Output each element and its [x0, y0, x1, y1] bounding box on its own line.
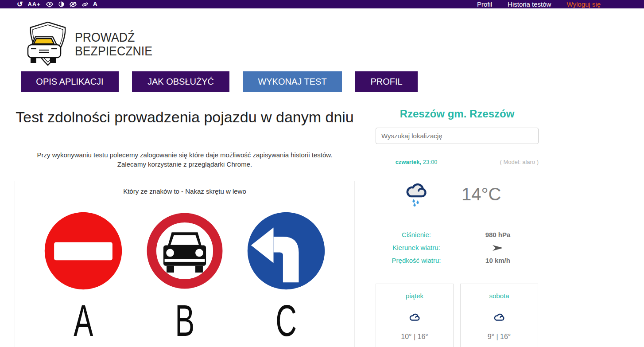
accessibility-toolbar: ↺ AA+ A Profil Historia testów Wyloguj s… — [0, 0, 644, 8]
answer-option-c[interactable]: C — [247, 211, 326, 343]
nav-profil[interactable]: PROFIL — [355, 71, 418, 92]
weather-day-time: czwartek, 23:00 — [376, 159, 457, 165]
cloud-icon — [376, 313, 453, 321]
question-text: Który ze znaków to - Nakaz skrętu w lewo — [15, 187, 354, 195]
page-title: Test zdolności prowadzenia pojazdu w dan… — [15, 108, 355, 126]
answer-options: A B — [15, 211, 354, 343]
weather-details: Ciśnienie: 980 hPa Kierunek wiatru: Pręd… — [376, 228, 539, 267]
weather-meta: czwartek, 23:00 ( Model: alaro ) — [376, 159, 539, 165]
turn-left-mandatory-sign — [247, 211, 326, 290]
page: ↺ AA+ A Profil Historia testów Wyloguj s… — [0, 0, 644, 347]
forecast-day-label: sobota — [461, 292, 538, 300]
answer-option-a[interactable]: A — [44, 211, 123, 343]
pressure-row: Ciśnienie: 980 hPa — [376, 228, 539, 241]
location-search-input[interactable] — [376, 128, 539, 144]
wind-direction-row: Kierunek wiatru: — [376, 241, 539, 254]
link-icon[interactable] — [82, 1, 88, 8]
eye-slash-icon[interactable] — [69, 1, 77, 7]
pressure-value: 980 hPa — [457, 231, 539, 238]
app-name: PROWADŹ BEZPIECZNIE — [75, 31, 152, 58]
option-letter: A — [74, 298, 93, 343]
topbar-links: Profil Historia testów Wyloguj się — [477, 0, 601, 8]
nav-jak-obsluzyc[interactable]: JAK OBSŁUŻYĆ — [132, 71, 229, 92]
no-entry-sign — [44, 211, 123, 290]
option-letter: C — [275, 298, 297, 343]
no-motor-vehicles-sign — [145, 211, 224, 290]
weather-model: ( Model: alaro ) — [457, 159, 539, 165]
eye-icon[interactable] — [46, 1, 54, 7]
reset-icon[interactable]: ↺ — [17, 0, 23, 8]
main-nav: OPIS APLIKACJI JAK OBSŁUŻYĆ WYKONAJ TEST… — [21, 71, 418, 92]
logout-link[interactable]: Wyloguj się — [566, 0, 601, 8]
forecast-friday[interactable]: piątek 10° | 16° — [376, 284, 454, 347]
page-subtitle: Przy wykonywaniu testu polecemy zalogowa… — [15, 150, 355, 169]
question-card: Który ze znaków to - Nakaz skrętu w lewo… — [15, 181, 355, 347]
font-size-icon[interactable]: AA+ — [27, 0, 40, 8]
profil-link[interactable]: Profil — [477, 0, 492, 8]
option-letter: B — [175, 298, 194, 343]
wind-speed-value: 10 km/h — [457, 257, 539, 264]
forecast-day-label: piątek — [376, 292, 453, 300]
wind-direction-label: Kierunek wiatru: — [376, 244, 457, 251]
letter-a-icon[interactable]: A — [93, 0, 97, 8]
forecast-row: piątek 10° | 16° sobota 9° | 1 — [376, 284, 539, 347]
nav-wykonaj-test[interactable]: WYKONAJ TEST — [243, 71, 342, 92]
forecast-saturday[interactable]: sobota 9° | 16° — [460, 284, 538, 347]
current-temperature: 14°C — [457, 184, 539, 204]
current-weather: 14°C — [376, 179, 539, 210]
app-logo[interactable]: PROWADŹ BEZPIECZNIE — [24, 20, 159, 69]
accessibility-icons: ↺ AA+ A — [17, 0, 97, 8]
weather-location: Rzeszów gm. Rzeszów — [376, 108, 539, 120]
cloud-icon — [461, 313, 538, 321]
wind-speed-label: Prędkość wiatru: — [376, 257, 457, 264]
wind-speed-row: Prędkość wiatru: 10 km/h — [376, 254, 539, 267]
shield-car-logo-icon — [24, 20, 71, 69]
forecast-temps: 9° | 16° — [461, 333, 538, 341]
forecast-temps: 10° | 16° — [376, 333, 453, 341]
nav-opis-aplikacji[interactable]: OPIS APLIKACJI — [21, 71, 119, 92]
rain-cloud-icon — [376, 182, 457, 207]
pressure-label: Ciśnienie: — [376, 231, 457, 238]
answer-option-b[interactable]: B — [145, 211, 224, 343]
contrast-icon[interactable] — [58, 1, 64, 7]
historia-testow-link[interactable]: Historia testów — [508, 0, 551, 8]
weather-widget: Rzeszów gm. Rzeszów czwartek, 23:00 ( Mo… — [376, 108, 539, 347]
wind-direction-arrow-icon — [457, 244, 539, 252]
